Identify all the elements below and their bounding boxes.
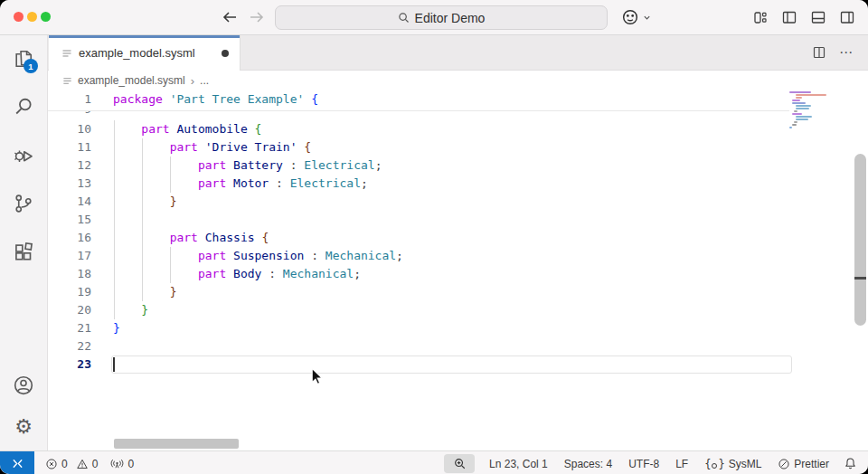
sidebar-item-extensions[interactable] bbox=[13, 241, 34, 262]
search-icon bbox=[13, 96, 34, 118]
code-line-22[interactable]: 22 bbox=[48, 337, 868, 356]
encoding-status[interactable]: UTF-8 bbox=[627, 458, 661, 470]
code-editor[interactable]: 1package 'Part Tree Example' { 9 10 part… bbox=[48, 90, 868, 450]
problems-status[interactable]: 0 0 bbox=[43, 458, 99, 470]
formatter-status[interactable]: Prettier bbox=[776, 458, 831, 470]
line-number: 10 bbox=[48, 120, 91, 138]
breadcrumb-more[interactable]: ... bbox=[200, 74, 209, 87]
file-icon bbox=[62, 76, 72, 86]
zoom-in-button[interactable] bbox=[444, 454, 475, 473]
sidebar-item-run-debug[interactable] bbox=[13, 145, 34, 166]
error-icon bbox=[45, 458, 58, 470]
code-line-16[interactable]: 16 part Chassis { bbox=[48, 229, 868, 247]
horizontal-scrollbar[interactable] bbox=[114, 439, 239, 449]
unsaved-changes-dot[interactable] bbox=[222, 50, 229, 57]
code-line-18[interactable]: 18 part Body : Mechanical; bbox=[48, 265, 868, 283]
code-text: part Chassis { bbox=[113, 229, 269, 247]
line-number: 23 bbox=[48, 356, 91, 374]
text-caret bbox=[113, 357, 115, 372]
braces-icon: {} bbox=[704, 458, 724, 470]
code-text: part Motor : Electrical; bbox=[113, 175, 368, 193]
forward-button[interactable] bbox=[248, 9, 266, 25]
explorer-badge: 1 bbox=[24, 59, 38, 73]
line-number: 11 bbox=[48, 138, 91, 156]
toggle-panel-icon[interactable] bbox=[810, 9, 826, 25]
vertical-scrollbar[interactable] bbox=[854, 154, 866, 326]
account-menu-button[interactable] bbox=[620, 8, 651, 26]
code-line-11[interactable]: 11 part 'Drive Train' { bbox=[48, 138, 868, 156]
app-window: Editor Demo bbox=[0, 0, 868, 474]
code-line-17[interactable]: 17 part Suspension : Mechanical; bbox=[48, 247, 868, 265]
browser-chrome: Editor Demo bbox=[0, 0, 868, 35]
account-person-icon bbox=[13, 374, 34, 396]
address-text: Editor Demo bbox=[415, 11, 486, 25]
current-line-highlight bbox=[111, 356, 792, 374]
tab-example-model[interactable]: example_model.sysml bbox=[49, 35, 241, 71]
language-mode-status[interactable]: {} SysML bbox=[703, 458, 763, 470]
line-number: 12 bbox=[48, 156, 91, 175]
sidebar-item-settings[interactable]: ⚙ bbox=[13, 416, 34, 438]
remote-indicator[interactable] bbox=[0, 451, 34, 474]
tab-title: example_model.sysml bbox=[79, 46, 195, 60]
more-actions-button[interactable]: ⋯ bbox=[839, 44, 854, 61]
code-text: } bbox=[113, 319, 120, 337]
breadcrumb-file[interactable]: example_model.sysml bbox=[78, 74, 185, 87]
error-count: 0 bbox=[61, 458, 68, 470]
active-tab-indicator bbox=[49, 35, 240, 38]
minimap[interactable] bbox=[789, 91, 840, 129]
indentation-status[interactable]: Spaces: 4 bbox=[562, 458, 614, 470]
toggle-secondary-sidebar-icon[interactable] bbox=[839, 9, 855, 25]
code-text: } bbox=[113, 301, 148, 319]
remote-icon bbox=[11, 457, 24, 470]
ports-status[interactable]: 0 bbox=[108, 457, 136, 470]
partial-line-9: 9 bbox=[48, 111, 91, 118]
eol-status[interactable]: LF bbox=[674, 458, 690, 470]
sidebar-item-account[interactable] bbox=[13, 374, 34, 396]
code-line-14[interactable]: 14 } bbox=[48, 193, 868, 211]
notifications-bell-icon[interactable] bbox=[844, 457, 857, 470]
minimize-window-button[interactable] bbox=[27, 12, 37, 22]
code-line-10[interactable]: 10 part Automobile { bbox=[48, 120, 868, 138]
sidebar-item-explorer[interactable]: 1 bbox=[13, 48, 34, 70]
maximize-window-button[interactable] bbox=[41, 12, 51, 22]
code-text: part 'Drive Train' { bbox=[113, 138, 311, 156]
code-text: part Suspension : Mechanical; bbox=[113, 247, 403, 265]
code-line-13[interactable]: 13 part Motor : Electrical; bbox=[48, 175, 868, 193]
editor-actions: ⋯ bbox=[812, 35, 868, 70]
line-number: 1 bbox=[48, 90, 91, 109]
line-number: 21 bbox=[48, 319, 91, 337]
line-number: 16 bbox=[48, 229, 91, 247]
sidebar-item-source-control[interactable] bbox=[13, 193, 34, 214]
code-line-23[interactable]: 23 bbox=[48, 356, 868, 374]
prettier-status-icon bbox=[778, 458, 790, 470]
code-text: part Battery : Electrical; bbox=[113, 156, 382, 175]
back-button[interactable] bbox=[221, 9, 239, 25]
code-lines: 10 part Automobile {11 part 'Drive Train… bbox=[48, 120, 868, 392]
gear-icon: ⚙ bbox=[13, 416, 34, 438]
chevron-down-icon bbox=[643, 14, 651, 22]
line-number: 17 bbox=[48, 247, 91, 265]
sticky-scroll-line[interactable]: 1package 'Part Tree Example' { bbox=[48, 90, 789, 111]
code-text: part Automobile { bbox=[113, 120, 261, 138]
code-line-21[interactable]: 21} bbox=[48, 319, 868, 337]
code-line-19[interactable]: 19 } bbox=[48, 283, 868, 301]
forward-arrow-icon bbox=[250, 13, 262, 22]
address-bar[interactable]: Editor Demo bbox=[275, 5, 608, 30]
cursor-position-status[interactable]: Ln 23, Col 1 bbox=[487, 458, 550, 470]
overview-ruler-cursor-mark bbox=[854, 277, 866, 280]
split-editor-icon[interactable] bbox=[812, 45, 826, 60]
back-arrow-icon bbox=[224, 13, 236, 22]
activity-bar: 1 bbox=[0, 35, 48, 450]
code-line-12[interactable]: 12 part Battery : Electrical; bbox=[48, 156, 868, 175]
sidebar-item-search[interactable] bbox=[13, 96, 34, 118]
warning-count: 0 bbox=[92, 458, 99, 470]
customize-layout-icon[interactable] bbox=[752, 9, 769, 25]
code-text: package 'Part Tree Example' { bbox=[113, 90, 318, 109]
code-line-20[interactable]: 20 } bbox=[48, 301, 868, 319]
breadcrumb-separator-icon: › bbox=[191, 74, 194, 88]
file-icon bbox=[61, 48, 72, 59]
code-line-15[interactable]: 15 bbox=[48, 211, 868, 229]
line-number: 22 bbox=[48, 337, 91, 356]
toggle-primary-sidebar-icon[interactable] bbox=[781, 9, 797, 25]
close-window-button[interactable] bbox=[14, 12, 24, 22]
